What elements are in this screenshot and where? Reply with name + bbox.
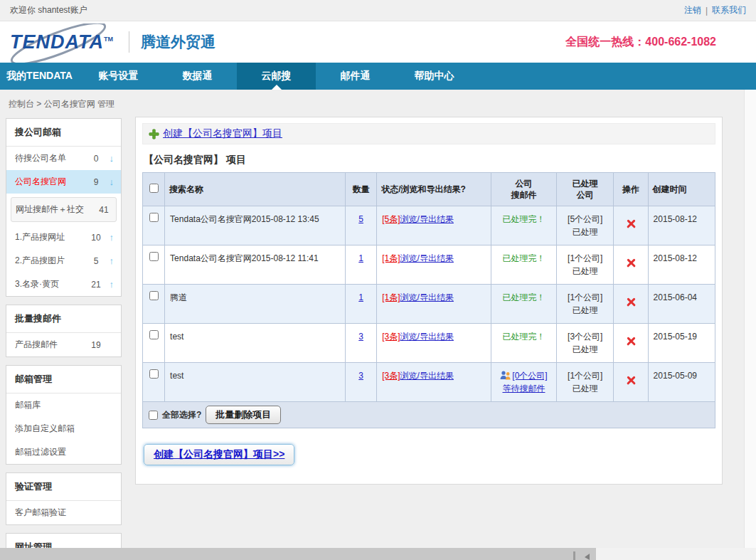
delete-icon[interactable]	[626, 336, 637, 347]
header-checkbox[interactable]	[149, 184, 159, 193]
nav-tab-cloud-mail-search[interactable]: 云邮搜	[237, 63, 316, 90]
browse-export-link[interactable]: 浏览/导出结果	[400, 371, 454, 381]
brand-bar: TENDATATM 腾道外贸通 全国统一热线：400-662-1082	[0, 21, 756, 63]
quantity-link[interactable]: 3	[358, 371, 363, 381]
sidebar-item-mailbox-filter-settings[interactable]: 邮箱过滤设置	[6, 440, 121, 464]
table-row: 腾道 1 [1条]浏览/导出结果 已处理完！ [1个公司] 已处理 2015-0…	[143, 285, 715, 324]
status-text: 已处理完！	[502, 292, 545, 302]
browse-export-link[interactable]: 浏览/导出结果	[400, 214, 454, 224]
quantity-link[interactable]: 1	[358, 253, 363, 263]
sidebar-group-mailbox-management: 邮箱管理 邮箱库 添加自定义邮箱 邮箱过滤设置	[6, 365, 122, 465]
col-operation: 操作	[614, 173, 648, 206]
sidebar-item-product-search-email[interactable]: 产品搜邮件 19	[6, 333, 121, 356]
record-count: [5条]	[382, 214, 400, 224]
topbar-separator: |	[706, 6, 708, 16]
row-checkbox[interactable]	[149, 252, 159, 261]
record-count: [1条]	[382, 292, 400, 302]
waiting-company-count-link[interactable]: [0个公司]	[512, 371, 547, 381]
table-footer: 全部选择? 批量删除项目	[142, 402, 715, 428]
record-count: [3条]	[382, 371, 400, 381]
table-header-row: 搜索名称 数量 状态/浏览和导出结果? 公司 搜邮件 已处理 公司 操作 创建时…	[143, 173, 715, 206]
quantity-link[interactable]: 5	[358, 214, 363, 224]
brand-divider	[129, 31, 129, 53]
sidebar-item-product-search-url[interactable]: 1.产品搜网址 10 ↑	[6, 226, 121, 249]
delete-icon[interactable]	[626, 218, 637, 229]
create-project-band: 创建【公司名搜官网】项目	[142, 123, 715, 144]
quantity-link[interactable]: 1	[358, 292, 363, 302]
nav-tab-data[interactable]: 数据通	[158, 63, 237, 90]
sidebar-item-pending-company-list[interactable]: 待搜公司名单 0 ↓	[6, 147, 121, 170]
processed-company: [1个公司] 已处理	[557, 245, 614, 285]
vertical-scrollbar[interactable]	[744, 90, 756, 548]
hotline: 全国统一热线：400-662-1082	[565, 35, 716, 50]
create-project-button[interactable]: 创建【公司名搜官网】项目>>	[144, 444, 294, 465]
row-checkbox[interactable]	[149, 291, 159, 300]
delete-icon[interactable]	[626, 297, 637, 307]
nav-tab-mail[interactable]: 邮件通	[316, 63, 395, 90]
table-row: test 3 [3条]浏览/导出结果 已处理完！ [3个公司] 已处理 2015…	[143, 324, 715, 363]
col-company-search-email: 公司 搜邮件	[491, 173, 556, 206]
created-date: 2015-05-09	[648, 363, 715, 402]
row-checkbox[interactable]	[149, 330, 159, 339]
sidebar-item-customer-email-verification[interactable]: 客户邮箱验证	[6, 501, 121, 524]
product-name: 腾道外贸通	[141, 32, 215, 52]
table-row: Tendata公司名搜官网2015-08-12 11:41 1 [1条]浏览/导…	[143, 245, 715, 285]
sidebar-item-mailbox-library[interactable]: 邮箱库	[6, 393, 121, 417]
arrow-up-icon: ↑	[104, 255, 114, 266]
project-name: test	[165, 324, 346, 363]
users-icon	[500, 371, 511, 380]
nav-tab-help-center[interactable]: 帮助中心	[395, 63, 474, 90]
created-date: 2015-05-19	[648, 324, 715, 363]
table-title: 【公司名搜官网】 项目	[144, 154, 715, 167]
breadcrumb: 控制台 > 公司名搜官网 管理	[9, 98, 115, 110]
col-search-name: 搜索名称	[165, 173, 346, 206]
sidebar-item-product-search-image[interactable]: 2.产品搜图片 5 ↑	[6, 249, 121, 273]
sidebar: 搜公司邮箱 待搜公司名单 0 ↓ 公司名搜官网 9 ↓ 网址搜邮件＋社交 41 …	[6, 118, 122, 560]
created-date: 2015-08-12	[648, 245, 715, 285]
scrollbar-thumb[interactable]	[0, 548, 596, 560]
sidebar-item-company-name-search[interactable]: 公司名搜官网 9 ↓	[6, 170, 121, 194]
processed-company: [1个公司] 已处理	[557, 363, 614, 402]
created-date: 2015-08-12	[648, 206, 715, 245]
nav-tab-my-tendata[interactable]: 我的TENDATA	[0, 63, 79, 90]
processed-company: [1个公司] 已处理	[557, 285, 614, 324]
row-checkbox[interactable]	[149, 369, 159, 379]
logo-text: TENDATATM	[10, 33, 113, 52]
welcome-text: 欢迎你 shantest账户	[10, 4, 87, 16]
topbar: 欢迎你 shantest账户 注销 | 联系我们	[0, 0, 756, 21]
plus-icon	[149, 129, 159, 139]
sidebar-group-title: 邮箱管理	[6, 366, 121, 393]
table-row: test 3 [3条]浏览/导出结果 [0个公司] 等待搜邮件	[143, 363, 715, 402]
sidebar-group-title: 搜公司邮箱	[6, 119, 121, 147]
browse-export-link[interactable]: 浏览/导出结果	[400, 332, 454, 342]
nav-tab-account-settings[interactable]: 账号设置	[79, 63, 158, 90]
main-nav: 我的TENDATA 账号设置 数据通 云邮搜 邮件通 帮助中心	[0, 63, 756, 90]
create-project-link[interactable]: 创建【公司名搜官网】项目	[163, 127, 282, 140]
page: 欢迎你 shantest账户 注销 | 联系我们 TENDATATM 腾道外贸通…	[0, 0, 756, 560]
row-checkbox[interactable]	[149, 213, 159, 222]
waiting-search-email-link[interactable]: 等待搜邮件	[502, 384, 545, 393]
scrollbar-divider	[573, 551, 575, 560]
batch-delete-button[interactable]: 批量删除项目	[206, 406, 281, 424]
status-text: 已处理完！	[502, 253, 545, 263]
browse-export-link[interactable]: 浏览/导出结果	[400, 253, 454, 263]
sidebar-item-url-search-email-social[interactable]: 网址搜邮件＋社交 41	[11, 197, 117, 222]
select-all-checkbox[interactable]	[149, 411, 158, 420]
delete-icon[interactable]	[626, 258, 637, 268]
col-quantity: 数量	[346, 173, 377, 206]
logout-link[interactable]: 注销	[684, 4, 701, 16]
contact-us-link[interactable]: 联系我们	[712, 4, 746, 16]
arrow-up-icon: ↑	[104, 279, 114, 290]
horizontal-scrollbar[interactable]	[0, 548, 756, 560]
browse-export-link[interactable]: 浏览/导出结果	[400, 292, 454, 302]
table-row: Tendata公司名搜官网2015-08-12 13:45 5 [5条]浏览/导…	[143, 206, 715, 245]
project-name: Tendata公司名搜官网2015-08-12 13:45	[165, 206, 346, 245]
created-date: 2015-06-04	[648, 285, 715, 324]
scrollbar-arrow-icon	[585, 554, 590, 560]
sidebar-group-title: 批量搜邮件	[6, 305, 121, 333]
content-area: 控制台 > 公司名搜官网 管理 搜公司邮箱 待搜公司名单 0 ↓ 公司名搜官网 …	[0, 90, 756, 560]
sidebar-item-add-custom-mailbox[interactable]: 添加自定义邮箱	[6, 417, 121, 440]
quantity-link[interactable]: 3	[358, 332, 363, 342]
delete-icon[interactable]	[626, 375, 637, 386]
sidebar-item-directory-yellowpages[interactable]: 3.名录·黄页 21 ↑	[6, 273, 121, 296]
